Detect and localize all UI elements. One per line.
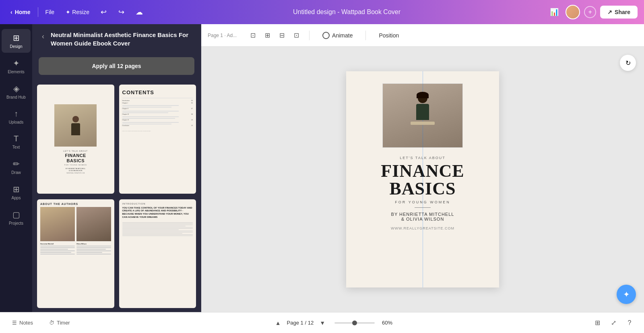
thumbnail-introduction[interactable]: INTRODUCTION YOU CAN TAKE CONTROL OF YOU… [119,199,196,308]
grid-view-button[interactable]: ⊞ [591,316,604,329]
thumb2-row: Chapter I 05 [122,102,193,104]
resize-icon: ✦ [66,9,70,15]
page-info: Page 1 / 12 [287,320,314,326]
sidebar-item-projects[interactable]: ▢ Projects [2,206,31,230]
magic-button[interactable]: ✦ [617,285,636,304]
projects-icon: ▢ [12,210,20,219]
file-button[interactable]: File [41,6,59,18]
sidebar-item-draw[interactable]: ✏ Draw [2,155,31,179]
share-icon: ↗ [607,9,612,15]
animate-circle-icon [322,32,330,39]
sidebar-item-design[interactable]: ⊞ Design [2,29,31,53]
canvas-divider [415,207,431,208]
align-icon3[interactable]: ⊟ [275,29,288,42]
canvas-wrapper: ↻ [201,47,644,312]
sidebar-item-label: Uploads [9,120,24,124]
analytics-button[interactable]: 📊 [547,5,561,19]
thumb2-row: Chapter IV 10 [122,119,193,121]
canvas-subtitle: LET'S TALK ABOUT [400,156,445,160]
zoom-slider[interactable] [334,322,375,324]
sidebar-item-label: Brand Hub [6,95,26,99]
page-canvas[interactable]: LET'S TALK ABOUT FINANCE BASICS FOR YOUN… [346,71,499,287]
more-icon[interactable]: ⊡ [290,29,303,42]
thumb2-row: Chapter III 08 [122,114,193,115]
add-collaborator-button[interactable]: + [584,6,596,18]
uploads-icon: ↑ [14,109,18,118]
notes-button[interactable]: ☰ Notes [8,317,37,328]
thumbnail-cover[interactable]: LET'S TALK ABOUT FINANCEBASICS FOR YOUNG… [37,85,114,194]
home-label: Home [15,9,31,15]
template-panel: ‹ Neutral Minimalist Aesthetic Finance B… [32,24,201,312]
sidebar-item-uploads[interactable]: ↑ Uploads [2,105,31,128]
resize-label: Resize [72,9,89,15]
thumb3-text: Henrietta Mitchell Olivia Wilson [40,243,111,255]
align-icon[interactable]: ⊡ [246,29,259,42]
sidebar-item-label: Draw [11,170,21,175]
notes-icon: ☰ [12,320,17,326]
author1-photo [40,207,75,242]
help-button[interactable]: ? [623,316,636,329]
thumb2-row: Chapter II 07 [122,108,193,110]
undo-button[interactable]: ↩ [97,5,111,19]
page-up-button[interactable]: ▲ [272,317,284,329]
sidebar-item-label: Apps [12,196,21,200]
thumb4-section: INTRODUCTION [122,203,146,205]
thumb1-image [54,104,97,147]
thumb3-title: ABOUT THE AUTHORS [40,203,78,205]
thumbnail-about[interactable]: ABOUT THE AUTHORS Henrietta Mitchell [37,199,114,308]
animate-button[interactable]: Animate [316,29,359,42]
canvas-title1: FINANCE [381,161,464,181]
share-button[interactable]: ↗ Share [600,6,638,19]
cloud-save-button[interactable]: ☁ [132,5,147,19]
chapter-desc [122,105,179,106]
chevron-left-icon: ‹ [10,9,12,15]
page-separator: · Ad... [224,33,237,38]
sidebar-item-elements[interactable]: ✦ Elements [2,54,31,78]
redo-button[interactable]: ↪ [114,5,129,19]
expand-button[interactable]: ⤢ [607,316,620,329]
sidebar-item-label: Elements [8,70,25,74]
canvas-for-label: FOR YOUNG WOMEN [395,200,450,204]
sidebar-item-brand-hub[interactable]: ◈ Brand Hub [2,80,31,103]
position-button[interactable]: Position [372,29,405,42]
avatar[interactable] [566,5,580,19]
share-label: Share [615,9,630,15]
zoom-slider-thumb[interactable] [352,321,357,325]
canvas-title-line1: FINANCE BASICS [381,162,464,198]
thumb2-row: Introduction 04 [122,100,193,101]
canvas-author: BY HENRIETTA MITCHELL& OLIVIA WILSON [391,212,454,221]
chapter-desc [122,111,179,112]
design-icon: ⊞ [13,33,20,43]
top-bar: ‹ Home File ✦ Resize ↩ ↪ ☁ Untitled desi… [0,0,644,24]
thumb1-website: WWW.REALLYGREATSITE.COM [66,172,85,174]
chapter-desc [122,122,179,123]
page-navigation: ▲ Page 1 / 12 ▼ [272,317,328,329]
thumb3-photos [40,207,111,242]
page-down-button[interactable]: ▼ [317,317,328,329]
home-button[interactable]: ‹ Home [6,6,35,18]
author2-col: Olivia Wilson [76,243,111,255]
thumb1-title: FINANCEBASICS [65,153,86,163]
thumbnail-contents[interactable]: CONTENTS Introduction 04 Chapter I 05 Ch… [119,85,196,194]
panel-header: ‹ Neutral Minimalist Aesthetic Finance B… [32,24,201,54]
bottom-center: ▲ Page 1 / 12 ▼ 60% [82,317,583,329]
resize-button[interactable]: ✦ Resize [62,6,93,18]
draw-icon: ✏ [13,159,20,169]
timer-button[interactable]: ⏱ Timer [45,317,74,328]
canvas-title2: BASICS [390,179,456,199]
sidebar-item-text[interactable]: T Text [2,130,31,153]
panel-back-button[interactable]: ‹ [40,31,46,42]
separator [309,31,310,40]
sidebar-item-label: Text [12,145,20,149]
page-label: Page 1 [208,33,223,38]
panel-title: Neutral Minimalist Aesthetic Finance Bas… [51,31,193,48]
canvas-photo [383,84,462,147]
author1-col: Henrietta Mitchell [40,243,75,255]
thumb2-divider [122,98,193,98]
refresh-button[interactable]: ↻ [620,55,636,71]
sidebar-item-apps[interactable]: ⊞ Apps [2,180,31,204]
align-icon2[interactable]: ⊞ [261,29,274,42]
elements-icon: ✦ [13,58,20,68]
thumb3-inner: ABOUT THE AUTHORS Henrietta Mitchell [37,199,114,308]
apply-all-pages-button[interactable]: Apply all 12 pages [39,57,194,75]
